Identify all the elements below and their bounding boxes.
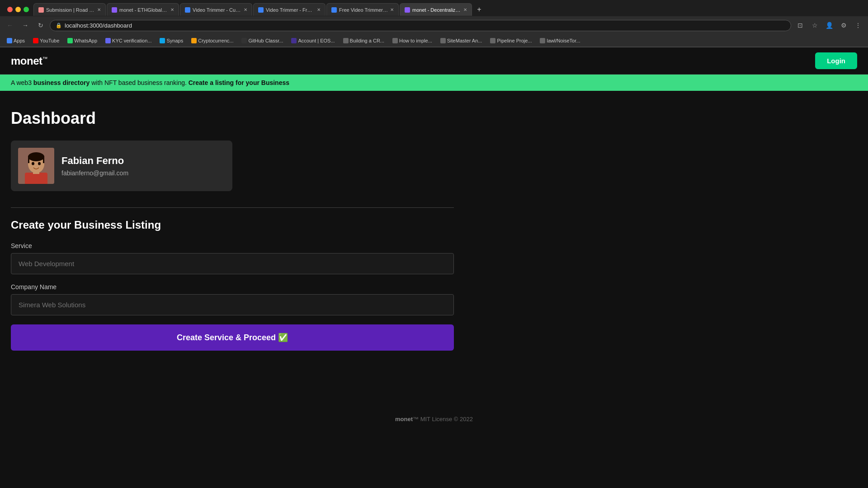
bookmarks-bar: Apps YouTube WhatsApp KYC verification..… [0, 34, 868, 47]
bookmark-whatsapp[interactable]: WhatsApp [64, 37, 100, 44]
tab-favicon [331, 7, 337, 13]
bookmark-eos[interactable]: Account | EOS... [288, 37, 338, 44]
bookmark-how-to[interactable]: How to imple... [389, 37, 435, 44]
service-form-group: Service [11, 242, 454, 274]
bookmark-label: GitHub Classr... [248, 38, 283, 43]
new-tab-button[interactable]: + [473, 3, 486, 16]
bookmark-label: Building a CR... [350, 38, 384, 43]
cast-button[interactable]: ⊡ [794, 19, 807, 32]
nav-bar: ← → ↻ 🔒 localhost:3000/dashboard ⊡ ☆ 👤 ⚙… [0, 16, 868, 34]
bookmark-synaps[interactable]: Synaps [156, 37, 186, 44]
create-service-button[interactable]: Create Service & Proceed ✅ [11, 324, 454, 351]
banner-suffix: with NFT based business ranking. [90, 79, 187, 86]
tab-video-trimmer-3[interactable]: Free Video Trimmer: Cut... ✕ [326, 3, 399, 16]
tab-video-trimmer-1[interactable]: Video Trimmer - Cut Vide... ✕ [180, 3, 252, 16]
tab-favicon [405, 7, 410, 13]
sitemaster-icon [440, 38, 446, 43]
tab-label: monet - ETHGlobal Show... [119, 7, 168, 13]
login-button[interactable]: Login [815, 52, 857, 69]
form-section-title: Create your Business Listing [11, 219, 532, 231]
svg-rect-1 [25, 173, 47, 184]
kyc-icon [105, 38, 111, 43]
tab-close-icon[interactable]: ✕ [97, 7, 101, 12]
forward-button[interactable]: → [19, 19, 32, 32]
bookmark-label: Account | EOS... [298, 38, 335, 43]
banner-bold: business directory [33, 79, 90, 86]
minimize-window-button[interactable] [15, 7, 21, 12]
bookmark-label: WhatsApp [74, 38, 97, 43]
bookmark-label: Cryptocurrenc... [198, 38, 233, 43]
bookmark-youtube[interactable]: YouTube [30, 37, 62, 44]
crypto-icon [191, 38, 197, 43]
bookmark-star-button[interactable]: ☆ [808, 19, 821, 32]
banner-prefix: A web3 [11, 79, 33, 86]
footer-license: MIT License © 2022 [419, 416, 473, 422]
bookmark-label: lawl/NoiseTor... [547, 38, 580, 43]
bookmark-building-cr[interactable]: Building a CR... [340, 37, 387, 44]
address-bar-text: localhost:3000/dashboard [65, 22, 132, 29]
nav-actions: ⊡ ☆ 👤 ⚙ ⋮ [794, 19, 864, 32]
bookmark-label: SiteMaster An... [447, 38, 482, 43]
svg-point-8 [38, 162, 41, 165]
tab-close-icon[interactable]: ✕ [170, 7, 174, 12]
company-input[interactable] [11, 294, 454, 315]
tab-close-icon[interactable]: ✕ [463, 7, 467, 12]
company-form-group: Company Name [11, 283, 454, 315]
svg-point-4 [28, 152, 44, 161]
bookmark-apps[interactable]: Apps [4, 37, 28, 44]
bookmark-crypto[interactable]: Cryptocurrenc... [188, 37, 236, 44]
bookmark-kyc[interactable]: KYC verification... [102, 37, 155, 44]
youtube-icon [33, 38, 38, 43]
announcement-banner: A web3 business directory with NFT based… [0, 75, 868, 91]
company-label: Company Name [11, 283, 454, 291]
bookmark-label: KYC verification... [112, 38, 151, 43]
banner-link[interactable]: Create a listing for your Business [189, 79, 289, 86]
user-card: Fabian Ferno fabianferno@gmail.com [11, 141, 232, 191]
cr-icon [343, 38, 349, 43]
lock-icon: 🔒 [56, 23, 62, 28]
tab-close-icon[interactable]: ✕ [244, 7, 247, 12]
bookmark-pipeline[interactable]: Pipeline Proje... [487, 37, 535, 44]
page-title: Dashboard [11, 109, 532, 128]
user-name: Fabian Ferno [61, 155, 128, 167]
app-header: monet™ Login [0, 47, 868, 75]
reload-button[interactable]: ↻ [34, 19, 47, 32]
tab-close-icon[interactable]: ✕ [390, 7, 394, 12]
tab-video-trimmer-2[interactable]: Video Trimmer - Free Onl... ✕ [253, 3, 326, 16]
menu-button[interactable]: ⋮ [852, 19, 864, 32]
footer-brand: monet™ MIT License © 2022 [395, 416, 473, 422]
app-logo: monet™ [11, 55, 47, 67]
profile-button[interactable]: 👤 [823, 19, 835, 32]
avatar [18, 148, 54, 184]
tab-close-icon[interactable]: ✕ [317, 7, 321, 12]
logo-text: monet [11, 55, 42, 67]
eos-icon [291, 38, 297, 43]
footer-tm: ™ [413, 416, 419, 422]
footer: monet™ MIT License © 2022 [0, 405, 868, 433]
tab-bar: Submission | Road to Web... ✕ monet - ET… [0, 0, 868, 16]
service-label: Service [11, 242, 454, 249]
lawl-icon [540, 38, 545, 43]
close-window-button[interactable] [7, 7, 13, 12]
maximize-window-button[interactable] [24, 7, 29, 12]
extensions-button[interactable]: ⚙ [837, 19, 850, 32]
tab-monet-dashboard[interactable]: monet - Decentralized Bu... ✕ [400, 3, 472, 16]
tab-favicon [112, 7, 117, 13]
footer-brand-name: monet [395, 416, 413, 422]
svg-rect-6 [43, 156, 44, 163]
bookmark-sitemaster[interactable]: SiteMaster An... [437, 37, 486, 44]
bookmark-github[interactable]: GitHub Classr... [238, 37, 286, 44]
bookmark-label: How to imple... [399, 38, 432, 43]
user-email: fabianferno@gmail.com [61, 169, 128, 177]
main-content: Dashboard [0, 91, 542, 369]
service-input[interactable] [11, 253, 454, 274]
tab-monet-ethglobal[interactable]: monet - ETHGlobal Show... ✕ [107, 3, 179, 16]
back-button[interactable]: ← [4, 19, 16, 32]
bookmark-lawl[interactable]: lawl/NoiseTor... [537, 37, 583, 44]
address-bar[interactable]: 🔒 localhost:3000/dashboard [50, 20, 791, 31]
avatar-image [18, 148, 54, 184]
tab-submission[interactable]: Submission | Road to Web... ✕ [33, 3, 106, 16]
svg-point-7 [32, 162, 34, 165]
bookmark-label: YouTube [40, 38, 59, 43]
logo-tm: ™ [42, 56, 48, 62]
